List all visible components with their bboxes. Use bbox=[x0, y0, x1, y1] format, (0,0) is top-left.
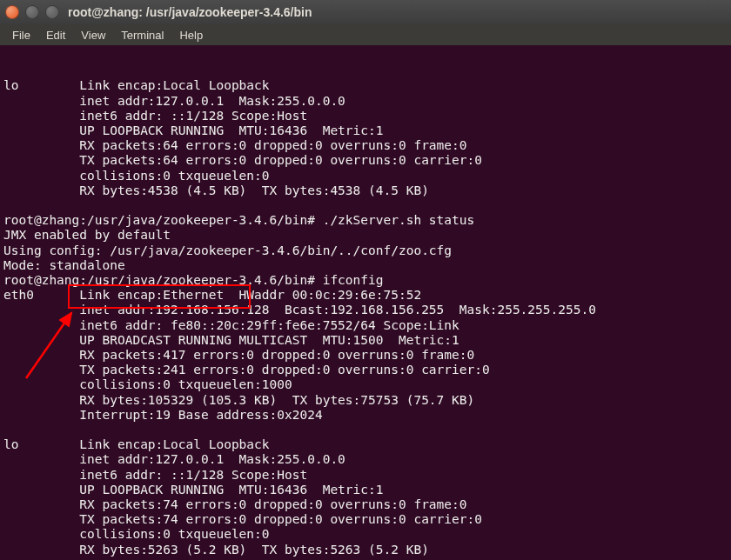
terminal-line: UP LOOPBACK RUNNING MTU:16436 Metric:1 bbox=[3, 483, 728, 497]
terminal-line: inet addr:192.168.156.128 Bcast:192.168.… bbox=[3, 303, 728, 317]
window-title: root@zhang: /usr/java/zookeeper-3.4.6/bi… bbox=[68, 5, 312, 19]
window-controls bbox=[5, 5, 59, 19]
terminal-line: collisions:0 txqueuelen:1000 bbox=[3, 377, 728, 392]
close-icon[interactable] bbox=[5, 5, 19, 19]
terminal-line: collisions:0 txqueuelen:0 bbox=[3, 169, 728, 183]
menu-view[interactable]: View bbox=[74, 27, 112, 43]
menubar: File Edit View Terminal Help bbox=[0, 24, 731, 45]
menu-help[interactable]: Help bbox=[172, 27, 210, 43]
titlebar: root@zhang: /usr/java/zookeeper-3.4.6/bi… bbox=[0, 0, 731, 24]
terminal-line: collisions:0 txqueuelen:0 bbox=[3, 527, 728, 542]
maximize-icon[interactable] bbox=[45, 5, 59, 19]
terminal-line: inet6 addr: ::1/128 Scope:Host bbox=[3, 109, 728, 123]
terminal-line: lo Link encap:Local Loopback bbox=[3, 78, 728, 93]
terminal-line: UP LOOPBACK RUNNING MTU:16436 Metric:1 bbox=[3, 123, 728, 138]
terminal-line: RX bytes:105329 (105.3 KB) TX bytes:7575… bbox=[3, 393, 728, 408]
menu-file[interactable]: File bbox=[5, 27, 37, 43]
terminal-line: inet addr:127.0.0.1 Mask:255.0.0.0 bbox=[3, 94, 728, 109]
terminal-line: lo Link encap:Local Loopback bbox=[3, 437, 728, 452]
terminal-line: eth0 Link encap:Ethernet HWaddr 00:0c:29… bbox=[3, 288, 728, 303]
terminal-line bbox=[3, 423, 728, 437]
terminal-line: RX bytes:4538 (4.5 KB) TX bytes:4538 (4.… bbox=[3, 183, 728, 198]
terminal-line: inet addr:127.0.0.1 Mask:255.0.0.0 bbox=[3, 452, 728, 467]
terminal-line bbox=[3, 198, 728, 213]
terminal-line: JMX enabled by default bbox=[3, 228, 728, 243]
terminal-line: UP BROADCAST RUNNING MULTICAST MTU:1500 … bbox=[3, 333, 728, 348]
terminal-output[interactable]: lo Link encap:Local Loopback inet addr:1… bbox=[0, 45, 731, 560]
menu-edit[interactable]: Edit bbox=[39, 27, 72, 43]
terminal-line: TX packets:64 errors:0 dropped:0 overrun… bbox=[3, 153, 728, 168]
terminal-line: RX packets:74 errors:0 dropped:0 overrun… bbox=[3, 497, 728, 512]
menu-terminal[interactable]: Terminal bbox=[114, 27, 171, 43]
terminal-line: RX packets:417 errors:0 dropped:0 overru… bbox=[3, 348, 728, 363]
terminal-line: Mode: standalone bbox=[3, 258, 728, 273]
terminal-line: Interrupt:19 Base address:0x2024 bbox=[3, 408, 728, 423]
terminal-line: RX packets:64 errors:0 dropped:0 overrun… bbox=[3, 138, 728, 153]
minimize-icon[interactable] bbox=[25, 5, 39, 19]
terminal-line: inet6 addr: fe80::20c:29ff:fe6e:7552/64 … bbox=[3, 318, 728, 333]
terminal-line: TX packets:74 errors:0 dropped:0 overrun… bbox=[3, 512, 728, 527]
terminal-line: RX bytes:5263 (5.2 KB) TX bytes:5263 (5.… bbox=[3, 543, 728, 557]
terminal-line bbox=[3, 63, 728, 78]
terminal-line: TX packets:241 errors:0 dropped:0 overru… bbox=[3, 363, 728, 377]
terminal-line: root@zhang:/usr/java/zookeeper-3.4.6/bin… bbox=[3, 273, 728, 288]
terminal-line: inet6 addr: ::1/128 Scope:Host bbox=[3, 468, 728, 483]
terminal-line: Using config: /usr/java/zookeeper-3.4.6/… bbox=[3, 243, 728, 258]
terminal-line: root@zhang:/usr/java/zookeeper-3.4.6/bin… bbox=[3, 213, 728, 228]
